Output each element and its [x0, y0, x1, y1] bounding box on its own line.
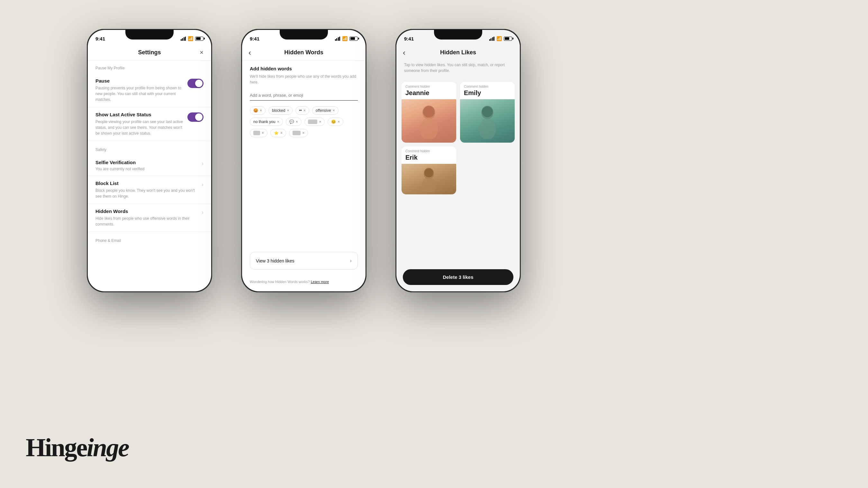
- hidden-words-title: Hidden Words: [95, 208, 202, 214]
- notch-2: [280, 30, 328, 39]
- chip-blurred-3[interactable]: •••••• ×: [289, 129, 308, 137]
- block-list-title: Block List: [95, 181, 202, 186]
- svg-point-2: [423, 106, 435, 118]
- chip-blocked[interactable]: blocked ×: [269, 106, 292, 115]
- back-button-3[interactable]: ‹: [403, 48, 405, 57]
- chip-dots[interactable]: •• ×: [296, 106, 309, 115]
- last-active-desc: People viewing your profile can see your…: [95, 119, 184, 136]
- pause-toggle[interactable]: [187, 79, 204, 88]
- block-list-item[interactable]: Block List Block people you know. They w…: [88, 176, 211, 204]
- emily-card[interactable]: Comment hidden Emily: [460, 82, 515, 143]
- chip-chat-emoji[interactable]: 💬 ×: [286, 118, 302, 126]
- jeannie-photo: [402, 99, 456, 143]
- chip-blurred-1[interactable]: ••••••• ×: [305, 118, 325, 126]
- back-button-2[interactable]: ‹: [248, 48, 251, 57]
- hidden-words-item[interactable]: Hidden Words Hide likes from people who …: [88, 204, 211, 232]
- likes-grid: Comment hidden Jeannie Comment hidden: [402, 82, 515, 194]
- pause-title: Pause: [95, 78, 184, 84]
- chip-blocked-text: blocked: [272, 108, 285, 113]
- settings-content: Pause My Profile Pause Pausing prevents …: [88, 59, 211, 291]
- chip-x-9[interactable]: ×: [262, 131, 264, 135]
- emily-photo: [460, 99, 515, 143]
- svg-point-8: [424, 168, 433, 177]
- svg-point-7: [422, 177, 436, 192]
- chip-x-11[interactable]: ×: [302, 131, 305, 135]
- wifi-icon-2: 📶: [342, 36, 347, 41]
- hidden-words-content: Add hidden words We'll hide likes from p…: [242, 59, 366, 291]
- jeannie-silhouette: [416, 103, 442, 139]
- wifi-icon-3: 📶: [496, 36, 502, 41]
- phone-settings: 9:41 📶 Settings: [87, 29, 212, 292]
- word-input[interactable]: [250, 90, 358, 101]
- last-active-toggle[interactable]: [187, 112, 204, 122]
- battery-icon-3: [504, 37, 512, 41]
- chip-offensive[interactable]: offensive ×: [312, 106, 339, 115]
- erik-comment-label: Comment hidden: [402, 147, 456, 154]
- emily-comment-label: Comment hidden: [460, 82, 515, 89]
- settings-header: Settings ×: [88, 45, 211, 61]
- svg-point-4: [479, 118, 496, 139]
- chip-yellow-emoji[interactable]: ⭐ ×: [270, 129, 286, 137]
- section-label-phone-email: Phone & Email: [88, 232, 211, 246]
- pause-desc: Pausing prevents your profile from being…: [95, 85, 184, 102]
- wondering-text: Wondering how Hidden Words works?: [250, 280, 310, 284]
- block-list-desc: Block people you know. They won't see yo…: [95, 188, 202, 199]
- chip-x-1[interactable]: ×: [260, 108, 262, 113]
- wifi-icon: 📶: [188, 36, 193, 41]
- view-likes-button[interactable]: View 3 hidden likes ›: [250, 252, 358, 269]
- notch-3: [434, 30, 482, 39]
- svg-point-5: [482, 106, 493, 117]
- section-label-pause: Pause My Profile: [88, 59, 211, 73]
- chip-x-10[interactable]: ×: [280, 131, 283, 135]
- chip-x-7[interactable]: ×: [319, 120, 321, 124]
- emily-silhouette: [474, 103, 500, 139]
- pause-setting[interactable]: Pause Pausing prevents your profile from…: [88, 73, 211, 107]
- selfie-verification-title: Selfie Verification: [95, 160, 202, 165]
- wondering-section: Wondering how Hidden Words works? Learn …: [250, 280, 329, 284]
- chip-x-4[interactable]: ×: [333, 108, 335, 113]
- phone-hidden-words: 9:41 📶 ‹ Hi: [241, 29, 367, 292]
- chip-row-1: 😡 × blocked × •• ×: [250, 106, 358, 137]
- hidden-words-chevron-icon: ›: [202, 209, 204, 216]
- erik-card[interactable]: Comment hidden Erik: [402, 147, 456, 194]
- signal-icon-3: [489, 37, 495, 41]
- hidden-words-header: ‹ Hidden Words: [242, 45, 366, 61]
- hidden-likes-screen-title: Hidden Likes: [440, 49, 476, 56]
- chip-x-8[interactable]: ×: [338, 120, 340, 124]
- chip-no-thank-you[interactable]: no thank you ×: [250, 118, 283, 126]
- add-hidden-title: Add hidden words: [250, 66, 358, 71]
- status-time-2: 9:41: [250, 36, 259, 41]
- last-active-title: Show Last Active Status: [95, 112, 184, 117]
- hidden-likes-subtitle: Tap to view hidden likes. You can still …: [396, 59, 520, 78]
- close-button[interactable]: ×: [199, 49, 204, 56]
- selfie-verification-item[interactable]: Selfie Verification You are currently no…: [88, 155, 211, 176]
- chip-blurred-2[interactable]: ••••• ×: [250, 129, 268, 137]
- delete-likes-button[interactable]: Delete 3 likes: [403, 269, 514, 285]
- chip-x-5[interactable]: ×: [277, 120, 279, 124]
- view-likes-chevron-icon: ›: [350, 257, 352, 264]
- erik-silhouette: [418, 166, 439, 192]
- battery-icon-2: [349, 37, 358, 41]
- chip-x-6[interactable]: ×: [296, 120, 298, 124]
- view-likes-label: View 3 hidden likes: [256, 258, 294, 263]
- chip-star-emoji[interactable]: 😊 ×: [328, 118, 343, 126]
- svg-point-1: [420, 118, 438, 139]
- hidden-words-desc: Hide likes from people who use offensive…: [95, 216, 202, 227]
- selfie-verification-desc: You are currently not verified: [95, 167, 202, 171]
- jeannie-comment-label: Comment hidden: [402, 82, 456, 89]
- last-active-setting[interactable]: Show Last Active Status People viewing y…: [88, 107, 211, 141]
- status-time-3: 9:41: [404, 36, 414, 41]
- learn-more-link[interactable]: Learn more: [311, 280, 329, 284]
- status-time: 9:41: [95, 36, 105, 41]
- settings-title: Settings: [138, 49, 161, 56]
- emily-name: Emily: [460, 89, 515, 99]
- phone-hidden-likes: 9:41 📶 ‹ Hi: [396, 29, 521, 292]
- chip-x-2[interactable]: ×: [287, 108, 289, 113]
- battery-icon: [195, 37, 204, 41]
- hinge-logo: Hingeinge: [26, 433, 129, 462]
- block-list-chevron-icon: ›: [202, 181, 204, 188]
- chip-angry-emoji[interactable]: 😡 ×: [250, 106, 266, 115]
- jeannie-card[interactable]: Comment hidden Jeannie: [402, 82, 456, 143]
- erik-photo: [402, 164, 456, 194]
- chip-x-3[interactable]: ×: [304, 108, 306, 113]
